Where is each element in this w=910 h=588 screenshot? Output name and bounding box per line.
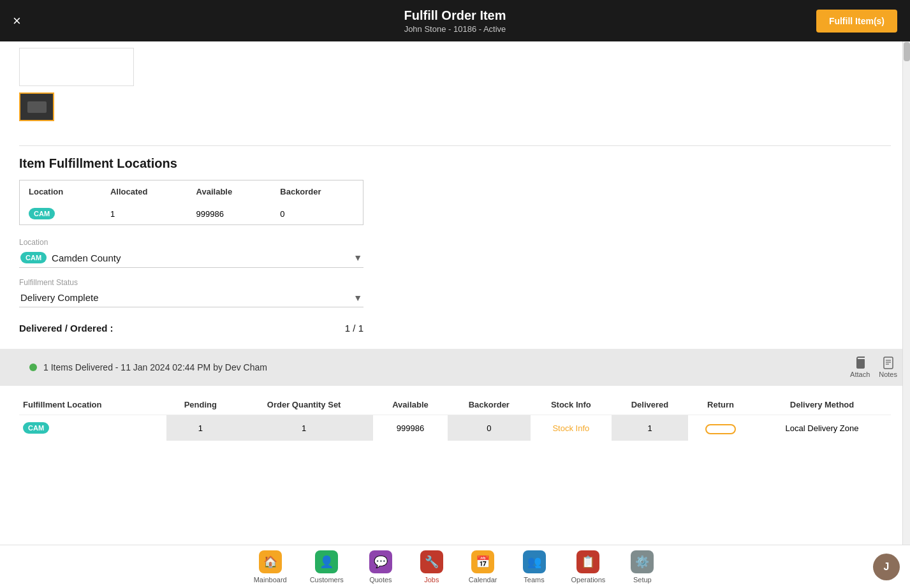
nav-item-calendar[interactable]: 📅 Calendar [457, 547, 509, 587]
delivery-info-left: 1 Items Delivered - 11 Jan 2024 02:44 PM… [29, 362, 267, 372]
product-thumbnail[interactable] [19, 92, 54, 121]
customers-icon: 👤 [315, 550, 338, 573]
header-title-block: Fulfill Order Item John Stone - 10186 - … [404, 8, 506, 34]
scrollbar[interactable] [902, 41, 910, 545]
chevron-down-icon: ▼ [353, 253, 362, 263]
big-col-fulfillment-location: Fulfillment Location [19, 395, 166, 415]
nav-item-mainboard[interactable]: 🏠 Mainboard [242, 547, 298, 587]
allocated-value: 1 [101, 203, 187, 224]
delivery-info-text: 1 Items Delivered - 11 Jan 2024 02:44 PM… [43, 362, 267, 372]
big-location-badge: CAM [23, 422, 49, 434]
location-select-badge: CAM [20, 252, 47, 263]
big-pending: 1 [166, 415, 235, 441]
dialog-subtitle: John Stone - 10186 - Active [404, 24, 506, 34]
nav-label-mainboard: Mainboard [254, 576, 287, 584]
header: × Fulfill Order Item John Stone - 10186 … [0, 0, 910, 41]
big-col-available: Available [373, 395, 448, 415]
close-button[interactable]: × [13, 13, 21, 29]
calendar-icon: 📅 [471, 550, 494, 573]
delivery-details-table: Fulfillment Location Pending Order Quant… [19, 395, 891, 441]
bottom-nav: 🏠 Mainboard 👤 Customers 💬 Quotes 🔧 Jobs … [0, 545, 910, 588]
available-value: 999986 [187, 203, 272, 224]
location-value: CAM Camden County [20, 252, 121, 263]
fulfillment-status-chevron-icon: ▼ [353, 293, 362, 303]
section-title: Item Fulfillment Locations [19, 156, 891, 171]
delivered-ordered-value: 1 / 1 [345, 323, 363, 334]
nav-item-customers[interactable]: 👤 Customers [298, 547, 355, 587]
image-area [19, 41, 891, 140]
big-table-row: CAM 1 1 999986 0 Stock Info 1 Local Deli… [19, 415, 891, 441]
location-label: Location [19, 238, 363, 247]
table-row: CAM 1 999986 0 [20, 203, 363, 224]
nav-label-calendar: Calendar [469, 576, 497, 584]
fulfillment-status-select[interactable]: Delivery Complete ▼ [19, 288, 363, 307]
green-dot-icon [29, 364, 37, 371]
big-available: 999986 [373, 415, 448, 441]
big-order-qty: 1 [235, 415, 373, 441]
product-thumbnail-inner [27, 101, 47, 113]
big-col-stock-info: Stock Info [531, 395, 612, 415]
teams-icon: 👥 [523, 550, 546, 573]
quotes-icon: 💬 [369, 550, 392, 573]
main-content: Item Fulfillment Locations Location Allo… [0, 41, 910, 545]
fulfill-items-button[interactable]: Fulfill Item(s) [816, 10, 897, 33]
return-button[interactable] [705, 424, 736, 434]
nav-label-quotes: Quotes [369, 576, 392, 584]
big-col-delivery-method: Delivery Method [753, 395, 891, 415]
nav-item-setup[interactable]: ⚙️ Setup [617, 547, 668, 587]
nav-label-teams: Teams [524, 576, 544, 584]
delivery-info-right: Attach Notes [850, 356, 897, 378]
big-col-delivered: Delivered [612, 395, 688, 415]
nav-label-setup: Setup [633, 576, 652, 584]
operations-icon: 📋 [576, 550, 599, 573]
scrollbar-thumb[interactable] [904, 42, 910, 61]
location-badge: CAM [29, 208, 55, 219]
notes-button[interactable]: Notes [879, 356, 897, 378]
nav-item-quotes[interactable]: 💬 Quotes [355, 547, 406, 587]
attach-label: Attach [850, 371, 870, 378]
notes-label: Notes [879, 371, 897, 378]
col-backorder: Backorder [271, 180, 363, 203]
big-col-order-qty: Order Quantity Set [235, 395, 373, 415]
avatar[interactable]: J [873, 554, 900, 580]
product-main-image [19, 48, 134, 86]
setup-icon: ⚙️ [631, 550, 654, 573]
fulfillment-status-field: Fulfillment Status Delivery Complete ▼ [19, 278, 363, 307]
dialog-title: Fulfill Order Item [404, 8, 506, 23]
big-delivered: 1 [612, 415, 688, 441]
mainboard-icon: 🏠 [259, 550, 282, 573]
jobs-icon: 🔧 [420, 550, 443, 573]
col-allocated: Allocated [101, 180, 187, 203]
backorder-value: 0 [271, 203, 363, 224]
big-col-backorder: Backorder [448, 395, 531, 415]
delivered-ordered-row: Delivered / Ordered : 1 / 1 [19, 318, 363, 339]
nav-item-jobs[interactable]: 🔧 Jobs [406, 547, 457, 587]
fulfillment-status-text: Delivery Complete [20, 292, 99, 303]
attach-button[interactable]: Attach [850, 356, 870, 378]
svg-rect-0 [884, 357, 893, 369]
location-field: Location CAM Camden County ▼ [19, 238, 363, 268]
fulfillment-locations-table: Location Allocated Available Backorder C… [19, 180, 363, 225]
big-backorder: 0 [448, 415, 531, 441]
big-col-pending: Pending [166, 395, 235, 415]
section-divider [19, 145, 891, 146]
nav-label-operations: Operations [571, 576, 606, 584]
location-select-text: Camden County [52, 253, 121, 263]
delivered-ordered-label: Delivered / Ordered : [19, 323, 114, 334]
nav-label-customers: Customers [310, 576, 344, 584]
nav-item-teams[interactable]: 👥 Teams [509, 547, 560, 587]
fulfillment-status-label: Fulfillment Status [19, 278, 363, 287]
col-location: Location [20, 180, 101, 203]
col-available: Available [187, 180, 272, 203]
big-delivery-method: Local Delivery Zone [753, 415, 891, 441]
big-col-return: Return [688, 395, 753, 415]
stock-info-link[interactable]: Stock Info [552, 423, 589, 433]
location-select[interactable]: CAM Camden County ▼ [19, 248, 363, 268]
fulfillment-status-value: Delivery Complete [20, 292, 99, 303]
nav-item-operations[interactable]: 📋 Operations [560, 547, 617, 587]
delivery-info-bar: 1 Items Delivered - 11 Jan 2024 02:44 PM… [0, 349, 910, 386]
nav-label-jobs: Jobs [424, 576, 439, 584]
